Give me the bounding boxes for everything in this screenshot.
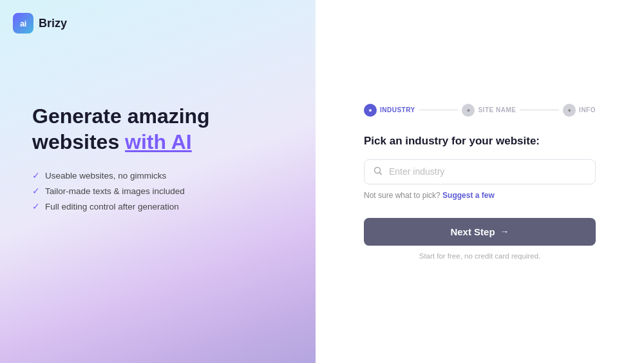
step-divider-1 [419,110,459,111]
next-step-button[interactable]: Next Step → [364,218,596,246]
step-sitename: ● SITE NAME [462,104,516,117]
hero-highlight: with AI [125,130,192,153]
hero-features-list: ✓ Useable websites, no gimmicks ✓ Tailor… [32,170,210,211]
feature-text-3: Full editing control after generation [45,202,179,211]
feature-item: ✓ Tailor-made texts & images included [32,186,210,196]
right-panel: ● INDUSTRY ● SITE NAME ● INFO Pick an in… [316,0,644,363]
steps-indicator: ● INDUSTRY ● SITE NAME ● INFO [364,104,596,117]
step-circle-info: ● [563,104,576,117]
bottom-note: Start for free, no credit card required. [364,252,596,260]
step-circle-industry: ● [364,104,377,117]
hero-title: Generate amazing websites with AI [32,103,210,155]
hero-content: Generate amazing websites with AI ✓ Usea… [32,103,210,211]
feature-text-1: Useable websites, no gimmicks [45,171,166,181]
feature-item: ✓ Full editing control after generation [32,201,210,211]
svg-line-1 [380,172,382,174]
step-label-sitename: SITE NAME [478,106,516,113]
form-heading: Pick an industry for your website: [364,135,596,148]
arrow-icon: → [500,226,509,237]
step-circle-sitename: ● [462,104,475,117]
step-industry: ● INDUSTRY [364,104,415,117]
step-info: ● INFO [563,104,596,117]
feature-text-2: Tailor-made texts & images included [45,186,185,196]
check-icon-1: ✓ [32,170,40,181]
next-step-label: Next Step [450,226,495,237]
logo-name: Brizy [39,17,67,30]
feature-item: ✓ Useable websites, no gimmicks [32,170,210,181]
form-container: ● INDUSTRY ● SITE NAME ● INFO Pick an in… [364,104,596,260]
search-icon [374,166,383,177]
suggest-text: Not sure what to pick? Suggest a few [364,191,596,200]
suggest-link[interactable]: Suggest a few [442,191,495,200]
step-divider-2 [520,110,559,111]
search-box[interactable] [364,159,596,184]
step-label-info: INFO [579,106,596,113]
check-icon-2: ✓ [32,186,40,196]
check-icon-3: ✓ [32,201,40,211]
logo-icon: ai [13,13,33,34]
step-label-industry: INDUSTRY [380,106,415,113]
industry-search-input[interactable] [389,166,586,177]
logo: ai Brizy [13,13,67,34]
